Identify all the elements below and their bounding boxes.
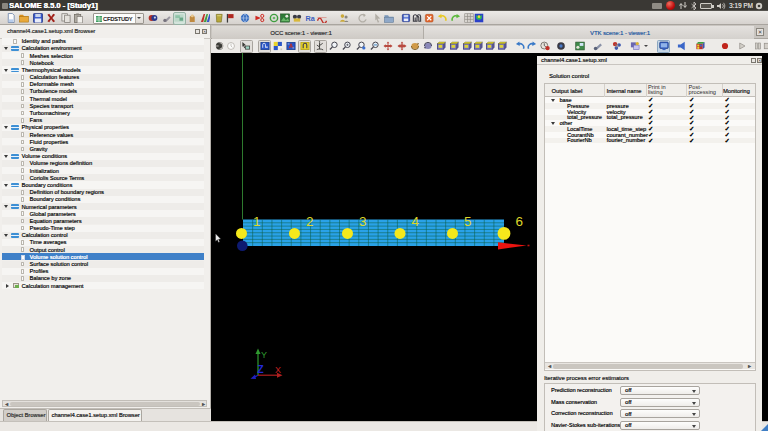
svg-text:5: 5 [464,214,472,229]
svg-text:Z: Z [258,364,264,375]
svg-text:2: 2 [306,214,314,229]
svg-text:1: 1 [253,214,261,229]
svg-text:3: 3 [359,214,367,229]
svg-text:4: 4 [412,214,420,229]
svg-text:Y: Y [261,350,267,360]
svg-text:6: 6 [516,214,524,229]
svg-text:Ra: Ra [306,14,316,23]
svg-text:X: X [275,365,281,375]
